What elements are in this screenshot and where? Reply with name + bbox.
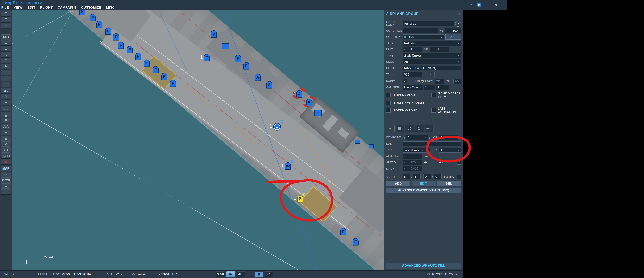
map-unit[interactable]: ⌂ [314, 110, 322, 116]
radio-checkbox[interactable] [403, 79, 407, 83]
prev-waypoint-button[interactable]: ‹ [404, 135, 405, 140]
mission-check[interactable]: ✓ [1, 70, 11, 75]
start-day-input[interactable]: 5 [403, 174, 410, 179]
menu-item[interactable]: FILE [1, 5, 9, 9]
advanced-waypoint-actions-button[interactable]: ADVANCED (WAYPOINT ACTIONS) [386, 188, 461, 193]
map-unit[interactable]: F [170, 79, 176, 87]
profile-select[interactable]: DFLT [3, 272, 11, 276]
map-unit[interactable] [369, 144, 374, 148]
add-zone[interactable]: ◎ [1, 136, 11, 141]
frequency-input[interactable]: 320 [435, 79, 444, 84]
menu-item[interactable]: CUSTOMIZE [81, 5, 101, 9]
condition-input[interactable] [403, 28, 438, 33]
toolbar-button[interactable]: OBJ [1, 88, 11, 93]
window-close-icon[interactable]: ✕ [494, 2, 498, 7]
gs-checkbox[interactable] [457, 160, 461, 165]
menu-item[interactable]: CAMPAIGN [58, 5, 76, 9]
start-min-input[interactable]: 0 [424, 174, 431, 179]
measure-tool[interactable]: ↔ [1, 183, 11, 189]
map-unit[interactable]: F [162, 73, 167, 80]
late-activation-checkbox[interactable] [432, 108, 436, 113]
del-waypoint-button[interactable]: DEL [437, 181, 461, 186]
map-layer-button[interactable]: MAP [216, 272, 225, 277]
copy-document-icon[interactable]: ❐ [429, 71, 434, 77]
tail-number-input[interactable]: 056 [403, 72, 422, 77]
mach-stepper[interactable]: ‹ ›0.409 [403, 166, 422, 171]
prk-spot-select[interactable]: 1 ∨ [439, 148, 461, 153]
waypoint-tab[interactable]: ✈ [386, 125, 394, 132]
toolbar-button[interactable]: MIS [1, 34, 11, 40]
add-ship[interactable]: ⚓ [1, 106, 11, 111]
add-static[interactable]: ▣ [1, 118, 11, 123]
save-mission[interactable]: ▤ [1, 23, 11, 28]
pilot-input[interactable]: Navy 1-1 (S-3B Tanker) [403, 65, 461, 70]
weather[interactable]: ☁ [1, 46, 11, 51]
hidden-on-planner-checkbox[interactable] [386, 101, 390, 105]
speed-stepper[interactable]: ‹ ›270 [403, 160, 422, 165]
trigger-zones[interactable]: ☒ [1, 58, 11, 63]
unit-count-stepper[interactable]: ‹ ›1 [403, 47, 422, 52]
add-waypoint-zone[interactable]: ◈ [1, 130, 11, 135]
edit-waypoint-button[interactable]: EDIT [412, 181, 436, 186]
panel-close-icon[interactable]: ✕ [458, 11, 461, 16]
add-shapes[interactable]: △◇□ [1, 153, 11, 158]
map-unit[interactable]: ∨ [211, 30, 217, 38]
delete-object[interactable]: ✖ [1, 159, 11, 164]
toolbar-button[interactable]: MAP [1, 166, 11, 171]
callsign-select[interactable]: Navy One ∨ [403, 85, 423, 90]
start-sec-input[interactable]: 0 [434, 174, 442, 179]
map-marker[interactable]: ⊶ [1, 172, 11, 177]
map-unit[interactable]: A [266, 81, 272, 88]
map-viewport[interactable]: F F F [12, 10, 384, 270]
draw-tool[interactable]: Draw [1, 178, 11, 183]
unit-total-stepper[interactable]: ‹ ›1 [430, 47, 449, 52]
time-toggle[interactable]: ◷ [265, 272, 273, 277]
waypoint-tab[interactable]: ⌘ [405, 125, 414, 132]
map-unit[interactable]: A [296, 90, 302, 98]
upload[interactable]: ↑ [2, 82, 10, 87]
waypoint-tab[interactable]: ⋄⋄⋄ [425, 125, 434, 132]
map-unit[interactable]: F [144, 59, 150, 67]
add-template[interactable]: ⋀⋀ [1, 124, 11, 129]
map-unit[interactable]: A [255, 74, 261, 81]
menu-item[interactable]: VIEW [14, 5, 22, 9]
flags[interactable]: ⚑ [1, 64, 11, 69]
altitude-stepper[interactable]: ‹ ›0 [403, 154, 422, 159]
all-countries-button[interactable]: ALL [446, 34, 461, 39]
map-unit[interactable]: F [340, 228, 346, 235]
user-icon[interactable]: ☻ [477, 3, 481, 7]
map-unit[interactable]: F [235, 55, 241, 62]
open-mission[interactable]: ❒ [1, 17, 11, 22]
group-name-input[interactable]: Aerial-37 [403, 21, 454, 26]
modulation-select[interactable]: AM ▾ [454, 79, 461, 84]
next-waypoint-button[interactable]: › [429, 135, 430, 140]
map-unit[interactable]: 1 B 0 [297, 195, 303, 203]
callsign-number2-input[interactable]: 1 [436, 85, 449, 90]
map-unit[interactable]: F [127, 46, 133, 53]
ground-units-toggle[interactable]: ⊕ [255, 272, 262, 277]
map-unit[interactable]: F [90, 14, 96, 21]
waypoint-tab[interactable]: Σ [415, 125, 424, 132]
map-unit[interactable]: A [306, 99, 312, 106]
task-select[interactable]: Refueling ∨ [403, 41, 461, 46]
coord-system-label[interactable]: LLDM [38, 272, 47, 276]
map-unit[interactable] [222, 43, 229, 49]
map-unit[interactable]: F [79, 10, 85, 15]
callsign-number1-input[interactable]: 1 [424, 85, 435, 90]
map-unit[interactable]: F [96, 21, 102, 28]
condition-percent-stepper[interactable]: ‹ ›100 [444, 28, 461, 33]
map-unit[interactable] [355, 140, 360, 144]
skill-select[interactable]: Ace ∨ [403, 59, 461, 64]
menu-item[interactable]: EDIT [28, 5, 35, 9]
help-button[interactable]: ? [455, 21, 461, 27]
start-hour-input[interactable]: 1 [413, 174, 420, 179]
sat-layer-button[interactable]: SAT [226, 272, 235, 277]
map-unit[interactable]: F [118, 41, 124, 49]
briefing[interactable]: ≡ [1, 40, 11, 45]
menu-item[interactable]: MISC [106, 5, 115, 9]
add-airplane[interactable]: ✈ [1, 94, 11, 99]
alt-layer-button[interactable]: ALT [236, 272, 245, 277]
advanced-wp-auto-fill-button[interactable]: ADVANCED WP AUTO FILL [386, 263, 461, 269]
triggers[interactable]: ∿ [1, 52, 11, 57]
rect-select[interactable]: ▭ [1, 189, 11, 195]
